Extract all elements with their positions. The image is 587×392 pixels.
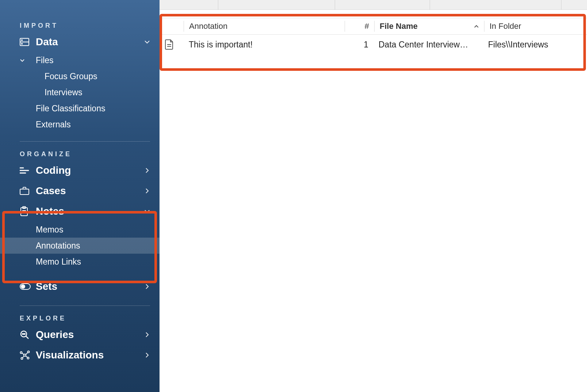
chevron-right-icon	[143, 330, 151, 339]
nav-externals[interactable]: Externals	[0, 116, 160, 132]
chevron-down-icon	[20, 59, 36, 62]
toolbar	[160, 0, 587, 10]
svg-point-23	[27, 357, 29, 359]
nav-file-classifications[interactable]: File Classifications	[0, 100, 160, 116]
nav-queries[interactable]: Queries	[0, 324, 160, 345]
nav-coding[interactable]: Coding	[0, 160, 160, 181]
nav-focus-groups[interactable]: Focus Groups	[0, 68, 160, 84]
svg-point-13	[21, 285, 25, 288]
graph-icon	[20, 350, 36, 360]
chevron-right-icon	[143, 187, 151, 195]
nav-memos[interactable]: Memos	[0, 222, 160, 238]
nav-sets-label: Sets	[36, 281, 57, 292]
svg-point-2	[22, 40, 22, 41]
clipboard-icon	[20, 206, 36, 216]
section-explore-label: EXPLORE	[0, 307, 160, 324]
nav-externals-label: Externals	[36, 120, 71, 130]
cell-in-folder: Files\\Interviews	[483, 40, 587, 50]
nav-visualizations-label: Visualizations	[36, 349, 104, 361]
svg-rect-8	[21, 208, 27, 216]
svg-line-27	[26, 356, 27, 357]
svg-line-25	[26, 353, 28, 354]
svg-point-3	[22, 43, 22, 44]
svg-point-21	[28, 351, 30, 353]
list-icon	[20, 167, 36, 174]
svg-point-16	[23, 334, 24, 334]
col-in-folder[interactable]: In Folder	[484, 22, 587, 31]
briefcase-icon	[20, 187, 36, 195]
nav-annotations-label: Annotations	[36, 241, 80, 251]
nav-focus-groups-label: Focus Groups	[45, 72, 97, 81]
svg-rect-7	[20, 189, 29, 195]
chevron-down-icon	[143, 207, 151, 216]
nav-file-classifications-label: File Classifications	[36, 104, 105, 114]
svg-point-18	[24, 334, 25, 334]
table-header: Annotation # File Name In Folder	[160, 18, 587, 35]
svg-point-17	[22, 334, 23, 334]
nav-sets[interactable]: Sets	[0, 276, 160, 297]
sidebar: IMPORT Data Files Focus Groups Interview…	[0, 0, 160, 392]
nav-memo-links-label: Memo Links	[36, 257, 81, 267]
nav-notes-label: Notes	[36, 205, 64, 217]
divider	[20, 141, 150, 142]
table-row[interactable]: This is important! 1 Data Center Intervi…	[160, 35, 587, 54]
nav-notes[interactable]: Notes	[0, 201, 160, 222]
col-annotation[interactable]: Annotation	[184, 22, 345, 31]
nav-data[interactable]: Data	[0, 32, 160, 52]
chevron-right-icon	[143, 351, 151, 360]
section-organize-label: ORGANIZE	[0, 143, 160, 160]
cell-annotation: This is important!	[184, 40, 344, 50]
svg-point-22	[21, 358, 23, 360]
row-icon-cell	[160, 39, 184, 50]
main-panel: Annotation # File Name In Folder	[160, 0, 587, 392]
nav-coding-label: Coding	[36, 165, 71, 176]
nav-memos-label: Memos	[36, 225, 63, 235]
data-icon	[20, 38, 36, 46]
col-hash-label: #	[365, 22, 369, 31]
nav-memo-links[interactable]: Memo Links	[0, 254, 160, 270]
col-annotation-label: Annotation	[189, 22, 227, 31]
col-hash[interactable]: #	[345, 22, 374, 31]
col-file-name-label: File Name	[380, 22, 418, 31]
svg-line-26	[23, 356, 24, 358]
chevron-right-icon	[143, 282, 151, 291]
section-import-label: IMPORT	[0, 15, 160, 32]
chevron-right-icon	[143, 166, 151, 175]
document-icon	[165, 39, 174, 50]
search-icon	[20, 330, 36, 339]
nav-visualizations[interactable]: Visualizations	[0, 345, 160, 365]
svg-line-15	[26, 336, 28, 339]
chevron-down-icon	[143, 38, 151, 46]
nav-files[interactable]: Files	[0, 52, 160, 68]
nav-cases-label: Cases	[36, 185, 66, 197]
nav-interviews-label: Interviews	[45, 88, 83, 97]
sort-asc-icon	[474, 25, 479, 28]
nav-files-label: Files	[36, 55, 54, 65]
divider	[20, 305, 150, 306]
nav-queries-label: Queries	[36, 329, 74, 341]
nav-data-label: Data	[36, 36, 58, 48]
cell-file-name: Data Center Interview…	[373, 40, 483, 50]
col-in-folder-label: In Folder	[490, 22, 521, 31]
svg-line-24	[22, 353, 24, 354]
toggle-icon	[20, 283, 36, 290]
cell-hash: 1	[344, 40, 373, 50]
col-file-name[interactable]: File Name	[375, 22, 484, 31]
nav-annotations[interactable]: Annotations	[0, 238, 160, 254]
nav-cases[interactable]: Cases	[0, 181, 160, 201]
nav-interviews[interactable]: Interviews	[0, 84, 160, 100]
annotations-table: Annotation # File Name In Folder	[160, 10, 587, 54]
